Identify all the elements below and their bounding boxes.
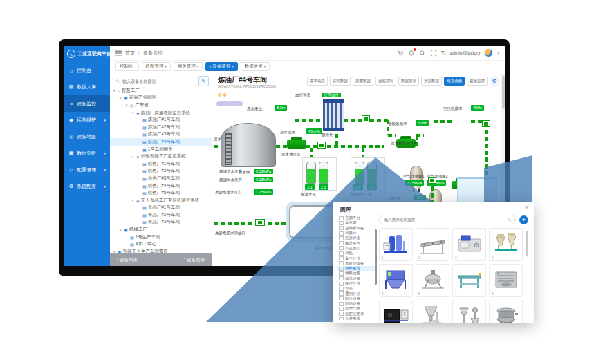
tree-node-factory[interactable]: ▾ ⌂ 智慧工厂 <box>110 87 212 95</box>
sidebar-item-config-manage[interactable]: ◇ 配置管理 ▾ <box>64 162 110 178</box>
tree-node-workshop[interactable]: ▤ 供热厂#2号车间 <box>110 168 212 175</box>
gear-icon[interactable]: ⚙ <box>490 77 499 86</box>
breadcrumb-home[interactable]: 首页 <box>125 50 135 57</box>
tree-node-gateway[interactable]: ▦ 1号车间网关 <box>110 146 212 153</box>
gallery-item-conveyor[interactable]: 2 <box>416 228 449 261</box>
tab[interactable]: 数据大屏 ▾ <box>241 62 270 71</box>
tree-node-workshop[interactable]: ▤ 1号生产车间 <box>110 233 212 241</box>
valve[interactable] <box>482 120 490 127</box>
gallery-search-box[interactable] <box>379 215 516 224</box>
gallery-category[interactable]: 风量计 <box>337 231 375 236</box>
fullscreen-icon[interactable] <box>430 50 437 57</box>
gallery-item-table[interactable]: 7 <box>452 264 486 297</box>
gallery-category[interactable]: 物料运输 <box>337 271 375 276</box>
valve[interactable] <box>362 115 370 122</box>
search-icon[interactable] <box>419 50 426 57</box>
tree-search-box[interactable] <box>113 77 196 86</box>
tree-node-workshop[interactable]: ▤ 食品厂#3号车间 <box>110 219 212 227</box>
avatar[interactable] <box>484 48 493 57</box>
sidebar-item-dashboard[interactable]: ▤ 数据大屏 <box>64 79 110 95</box>
collapse-menu-icon[interactable] <box>115 50 122 56</box>
add-graphic-button[interactable]: + <box>519 215 528 224</box>
gallery-category[interactable]: 大屏图库 <box>337 316 375 320</box>
tree-expand-icon[interactable]: ▾ <box>131 155 135 159</box>
gallery-category[interactable]: 制热设备 <box>337 301 375 306</box>
detail-tab-button[interactable]: 报警数据 <box>353 77 373 86</box>
gallery-category[interactable]: 入孔接口 <box>337 246 375 251</box>
gallery-category[interactable]: 水处理设备 <box>337 261 375 266</box>
gallery-item-chiller[interactable]: 9 <box>379 300 413 323</box>
tree-node-workshop[interactable]: ▤ 炼油厂#3号车间 <box>110 131 212 139</box>
tree-node-location[interactable]: ▾ ◎ 广东省 <box>110 102 212 109</box>
tree-node-workshop[interactable]: ▤ 炼油厂#4号车间 <box>110 138 212 146</box>
valve[interactable] <box>317 142 326 149</box>
tab[interactable]: 控制台 <box>115 62 139 71</box>
sidebar-item-home[interactable]: ⌂ 控制台 <box>64 62 110 79</box>
gallery-item-hopper[interactable]: 5 <box>379 264 413 297</box>
gallery-category[interactable]: 通用行业 <box>337 291 375 296</box>
gallery-item-feeder[interactable]: 10 <box>416 300 449 323</box>
tree-node-system[interactable]: ▾ ◈ 供热智能工厂监控系统 <box>110 153 212 160</box>
scrollbar-thumb[interactable] <box>502 76 505 109</box>
device-list-button[interactable]: ‹ 设备列表 <box>117 257 138 263</box>
font-size-icon[interactable]: Tt <box>441 50 446 55</box>
category-scrollbar-thumb[interactable] <box>375 229 377 285</box>
tree-node-workshop[interactable]: ▤ A加工中心 <box>110 240 212 248</box>
tab[interactable]: 网关管理 ▾ <box>174 62 203 71</box>
gallery-category[interactable]: 康明斯设备 <box>337 226 375 231</box>
uf-cylinder[interactable] <box>355 162 364 184</box>
detail-tab-button[interactable]: 数据报表 <box>398 77 419 86</box>
gallery-category[interactable]: 洗涤设备 <box>337 236 375 240</box>
sidebar-item-system-config[interactable]: ⚙ 系统配置 ▾ <box>64 178 110 195</box>
gallery-category[interactable]: 自动气罐 <box>337 306 375 311</box>
uf-cylinder[interactable] <box>367 162 377 184</box>
username[interactable]: admin@factory <box>450 50 481 55</box>
uf-cylinder[interactable] <box>319 162 328 184</box>
tree-node-workshop[interactable]: ▤ 供热厂#5号车间 <box>110 189 212 197</box>
gallery-item-washer[interactable]: 3 <box>452 228 486 261</box>
tree-expand-icon[interactable]: ▾ <box>118 228 122 232</box>
device-graph-button[interactable]: › 设备图形 <box>184 257 205 263</box>
detail-tab-button[interactable]: 组态画面 <box>444 77 465 86</box>
gallery-item-kettle[interactable]: 6 <box>416 264 449 297</box>
edit-tree-button[interactable]: ✎ <box>198 76 209 86</box>
gallery-category[interactable]: 反应罐 <box>337 220 375 225</box>
gallery-category[interactable]: 风机 <box>337 251 375 256</box>
tree-node-park[interactable]: ▾ ▣ 智能无人生产车间项目 <box>110 248 212 253</box>
tree-node-workshop[interactable]: ▤ 食品厂#1号车间 <box>110 204 212 212</box>
booster-pump[interactable] <box>287 140 306 149</box>
sidebar-item-device-monitor[interactable]: ≡ 设备监控 <box>64 95 110 112</box>
tree-node-workshop[interactable]: ▤ 供热厂#3号车间 <box>110 175 212 182</box>
tree-node-park[interactable]: ▾ ▣ 新兴产业园区 <box>110 95 212 102</box>
tree-node-system[interactable]: ▾ ◈ 炼油厂反渗透膜监控系统 <box>110 109 212 117</box>
detail-tab-button[interactable]: 实时数据 <box>330 77 351 86</box>
gallery-category[interactable]: 医疗行业 <box>337 281 375 286</box>
gallery-category[interactable]: 空调平台 <box>337 215 375 220</box>
tree-expand-icon[interactable]: ▾ <box>131 198 135 202</box>
tree-expand-icon[interactable]: ▾ <box>118 96 122 100</box>
gallery-item-tanks[interactable]: 1 <box>379 228 413 261</box>
gallery-category[interactable]: 仪表 <box>337 286 375 291</box>
tree-node-park[interactable]: ▾ ▣ 机械工厂 <box>110 226 212 233</box>
bell-icon[interactable] <box>408 50 415 57</box>
detail-tab-button[interactable]: 远程控制 <box>375 77 396 86</box>
tree-node-workshop[interactable]: ▤ 食品厂#2号车间 <box>110 211 212 219</box>
sidebar-item-maintenance[interactable]: ◆ 运营维护 ▾ <box>64 112 110 128</box>
detail-tab-button[interactable]: 基本信息 <box>307 77 328 86</box>
gallery-category[interactable]: 输送平台 <box>337 240 375 245</box>
membrane-unit[interactable] <box>323 99 344 131</box>
tree-node-workshop[interactable]: ▤ 炼油厂#1号车间 <box>110 116 212 124</box>
gallery-item-mixer[interactable]: 11 <box>452 300 486 323</box>
sidebar-item-device-map[interactable]: ◎ 设备地图 <box>64 128 110 145</box>
tree-node-workshop[interactable]: ▤ 供热厂#1号车间 <box>110 160 212 168</box>
gallery-item-sieve[interactable]: 12 <box>489 300 523 323</box>
tree-node-workshop[interactable]: ▤ 炼油厂#2号车间 <box>110 124 212 131</box>
tree-expand-icon[interactable]: ▾ <box>112 88 116 93</box>
tab[interactable]: 机型管理 ▾ <box>142 62 171 71</box>
user-menu-caret-icon[interactable]: ▾ <box>497 51 499 55</box>
gallery-category[interactable]: 自定义图库 <box>337 312 375 316</box>
gallery-category[interactable]: 制冷设备 <box>337 296 375 301</box>
tree-node-system[interactable]: ▾ ◈ 无人食品工厂空压机监控系统 <box>110 197 212 204</box>
gallery-item-cabinet[interactable]: 8 <box>489 264 523 297</box>
close-icon[interactable]: × <box>525 204 528 211</box>
